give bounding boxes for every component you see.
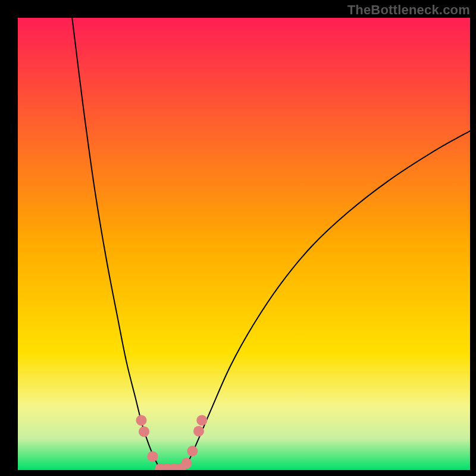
chart-plot-area <box>18 18 470 470</box>
marker-right-dot-1 <box>181 458 192 469</box>
watermark-text: TheBottleneck.com <box>347 2 470 18</box>
marker-right-dot-2 <box>187 446 198 456</box>
marker-left-dot-2 <box>139 426 149 437</box>
chart-background <box>18 18 470 470</box>
marker-right-dot-4 <box>196 415 207 425</box>
marker-left-dot-1 <box>136 415 146 425</box>
marker-left-dot-3 <box>147 451 158 462</box>
marker-right-dot-3 <box>193 426 204 437</box>
chart-frame: TheBottleneck.com <box>0 0 476 476</box>
chart-svg <box>18 18 470 470</box>
